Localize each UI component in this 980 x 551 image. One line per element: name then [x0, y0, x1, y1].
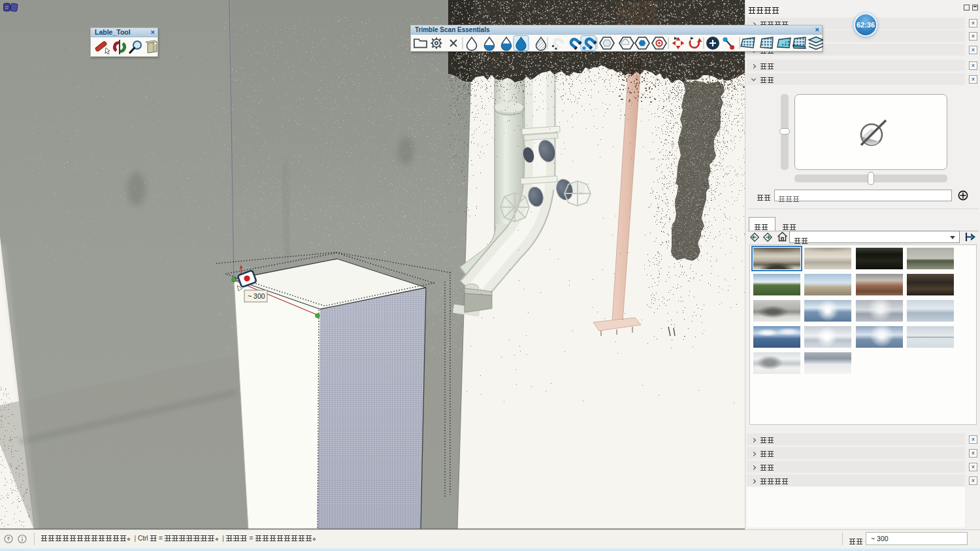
svg-text:~ 300: ~ 300	[248, 292, 265, 300]
